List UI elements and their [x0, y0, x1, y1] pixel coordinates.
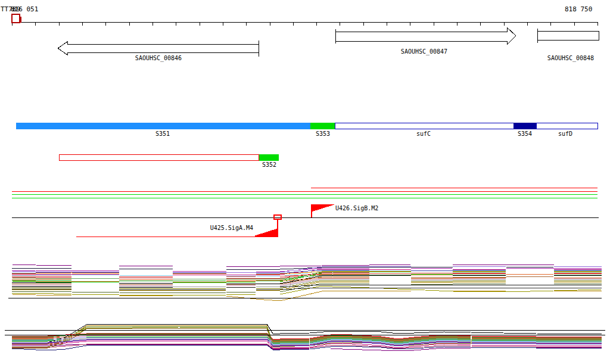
tracks-canvas — [0, 0, 610, 364]
segment-sufC[interactable] — [335, 123, 513, 129]
motif-label-siga: U425.SigA.M4 — [210, 225, 253, 231]
motif-label-sigb: U426.SigB.M2 — [335, 205, 378, 211]
motif-flag-U425.SigA.M4[interactable] — [255, 229, 278, 236]
segment-label-s351: S351 — [155, 130, 170, 137]
gene-arrows[interactable] — [58, 27, 599, 57]
gene-label-saouhsc-00848: SAOUHSC_00848 — [547, 55, 594, 61]
ruler-right-coordinate: 818 750 — [565, 6, 592, 13]
segment-label-sufd: sufD — [558, 130, 572, 137]
gene-label-saouhsc-00847: SAOUHSC_00847 — [401, 48, 447, 55]
segment-label-s354: S354 — [518, 130, 532, 137]
genome-browser-view: TT789 816 051 818 750 SAOUHSC_00846 SAOU… — [0, 0, 610, 364]
expression-panel-upper — [8, 265, 602, 301]
segment-label-s352: S352 — [262, 161, 276, 168]
segment-sufD[interactable] — [536, 123, 597, 129]
segment-label-sufc: sufC — [416, 130, 431, 137]
gene-shape-SAOUHSC_00846[interactable] — [58, 42, 259, 55]
motif-flag-U426.SigB.M2[interactable] — [312, 204, 334, 211]
segment-S351[interactable] — [16, 123, 310, 129]
gene-shape-SAOUHSC_00848[interactable] — [537, 31, 599, 40]
segment-label-s353: S353 — [316, 130, 330, 137]
terminator-marks[interactable] — [12, 14, 21, 23]
signal-track-lines — [12, 188, 599, 237]
segment-part[interactable] — [259, 154, 278, 160]
gene-shape-SAOUHSC_00847[interactable] — [335, 27, 516, 45]
expression-panel-lower — [5, 324, 605, 351]
segment-bars[interactable] — [16, 123, 597, 160]
ruler-left-coordinate: 816 051 — [11, 6, 38, 13]
segment-S354[interactable] — [513, 123, 536, 129]
coordinate-ruler — [12, 22, 597, 26]
segment-S352[interactable] — [59, 154, 259, 160]
promoter-motif-flags[interactable] — [255, 204, 334, 237]
terminator-box — [12, 14, 20, 23]
segment-S353[interactable] — [310, 123, 334, 129]
gene-label-saouhsc-00846: SAOUHSC_00846 — [135, 55, 182, 61]
